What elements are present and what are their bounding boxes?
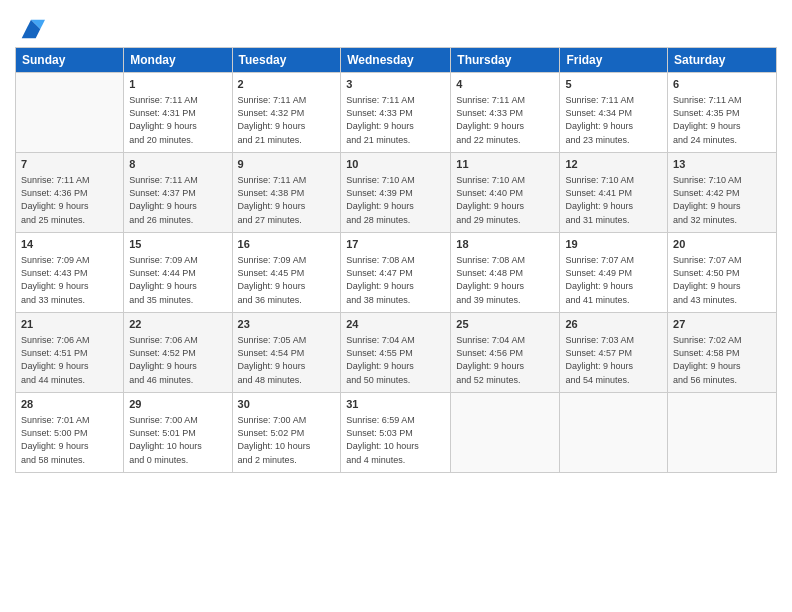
day-cell: 14Sunrise: 7:09 AM Sunset: 4:43 PM Dayli… — [16, 233, 124, 313]
day-info: Sunrise: 7:11 AM Sunset: 4:38 PM Dayligh… — [238, 174, 336, 226]
day-info: Sunrise: 7:08 AM Sunset: 4:47 PM Dayligh… — [346, 254, 445, 306]
col-header-sunday: Sunday — [16, 48, 124, 73]
col-header-monday: Monday — [124, 48, 232, 73]
day-cell: 2Sunrise: 7:11 AM Sunset: 4:32 PM Daylig… — [232, 73, 341, 153]
day-info: Sunrise: 7:09 AM Sunset: 4:43 PM Dayligh… — [21, 254, 118, 306]
day-info: Sunrise: 7:10 AM Sunset: 4:39 PM Dayligh… — [346, 174, 445, 226]
day-number: 13 — [673, 157, 771, 172]
day-info: Sunrise: 7:07 AM Sunset: 4:49 PM Dayligh… — [565, 254, 662, 306]
day-info: Sunrise: 7:06 AM Sunset: 4:52 PM Dayligh… — [129, 334, 226, 386]
day-number: 31 — [346, 397, 445, 412]
day-cell: 3Sunrise: 7:11 AM Sunset: 4:33 PM Daylig… — [341, 73, 451, 153]
day-info: Sunrise: 7:10 AM Sunset: 4:40 PM Dayligh… — [456, 174, 554, 226]
day-number: 15 — [129, 237, 226, 252]
day-info: Sunrise: 7:09 AM Sunset: 4:44 PM Dayligh… — [129, 254, 226, 306]
day-info: Sunrise: 7:00 AM Sunset: 5:02 PM Dayligh… — [238, 414, 336, 466]
day-number: 25 — [456, 317, 554, 332]
day-info: Sunrise: 7:11 AM Sunset: 4:37 PM Dayligh… — [129, 174, 226, 226]
day-number: 17 — [346, 237, 445, 252]
day-info: Sunrise: 7:04 AM Sunset: 4:56 PM Dayligh… — [456, 334, 554, 386]
day-number: 22 — [129, 317, 226, 332]
col-header-friday: Friday — [560, 48, 668, 73]
day-number: 30 — [238, 397, 336, 412]
day-cell: 17Sunrise: 7:08 AM Sunset: 4:47 PM Dayli… — [341, 233, 451, 313]
day-cell: 12Sunrise: 7:10 AM Sunset: 4:41 PM Dayli… — [560, 153, 668, 233]
day-number: 3 — [346, 77, 445, 92]
day-info: Sunrise: 7:05 AM Sunset: 4:54 PM Dayligh… — [238, 334, 336, 386]
day-cell: 31Sunrise: 6:59 AM Sunset: 5:03 PM Dayli… — [341, 393, 451, 473]
day-info: Sunrise: 7:02 AM Sunset: 4:58 PM Dayligh… — [673, 334, 771, 386]
day-info: Sunrise: 7:11 AM Sunset: 4:35 PM Dayligh… — [673, 94, 771, 146]
day-number: 10 — [346, 157, 445, 172]
day-info: Sunrise: 7:07 AM Sunset: 4:50 PM Dayligh… — [673, 254, 771, 306]
day-cell: 13Sunrise: 7:10 AM Sunset: 4:42 PM Dayli… — [668, 153, 777, 233]
calendar-table: SundayMondayTuesdayWednesdayThursdayFrid… — [15, 47, 777, 473]
day-info: Sunrise: 7:10 AM Sunset: 4:41 PM Dayligh… — [565, 174, 662, 226]
day-number: 20 — [673, 237, 771, 252]
day-info: Sunrise: 7:08 AM Sunset: 4:48 PM Dayligh… — [456, 254, 554, 306]
week-row-4: 21Sunrise: 7:06 AM Sunset: 4:51 PM Dayli… — [16, 313, 777, 393]
day-cell: 11Sunrise: 7:10 AM Sunset: 4:40 PM Dayli… — [451, 153, 560, 233]
logo — [15, 15, 45, 39]
day-number: 16 — [238, 237, 336, 252]
day-info: Sunrise: 7:04 AM Sunset: 4:55 PM Dayligh… — [346, 334, 445, 386]
day-number: 14 — [21, 237, 118, 252]
day-number: 9 — [238, 157, 336, 172]
day-number: 21 — [21, 317, 118, 332]
header — [15, 10, 777, 39]
day-cell — [451, 393, 560, 473]
col-header-saturday: Saturday — [668, 48, 777, 73]
day-info: Sunrise: 6:59 AM Sunset: 5:03 PM Dayligh… — [346, 414, 445, 466]
day-number: 12 — [565, 157, 662, 172]
day-number: 29 — [129, 397, 226, 412]
day-number: 8 — [129, 157, 226, 172]
day-info: Sunrise: 7:00 AM Sunset: 5:01 PM Dayligh… — [129, 414, 226, 466]
day-cell — [560, 393, 668, 473]
day-cell: 27Sunrise: 7:02 AM Sunset: 4:58 PM Dayli… — [668, 313, 777, 393]
day-number: 1 — [129, 77, 226, 92]
day-info: Sunrise: 7:11 AM Sunset: 4:33 PM Dayligh… — [456, 94, 554, 146]
day-cell: 9Sunrise: 7:11 AM Sunset: 4:38 PM Daylig… — [232, 153, 341, 233]
day-cell: 26Sunrise: 7:03 AM Sunset: 4:57 PM Dayli… — [560, 313, 668, 393]
week-row-3: 14Sunrise: 7:09 AM Sunset: 4:43 PM Dayli… — [16, 233, 777, 313]
day-number: 23 — [238, 317, 336, 332]
day-cell: 20Sunrise: 7:07 AM Sunset: 4:50 PM Dayli… — [668, 233, 777, 313]
day-info: Sunrise: 7:11 AM Sunset: 4:31 PM Dayligh… — [129, 94, 226, 146]
header-row: SundayMondayTuesdayWednesdayThursdayFrid… — [16, 48, 777, 73]
day-number: 28 — [21, 397, 118, 412]
week-row-1: 1Sunrise: 7:11 AM Sunset: 4:31 PM Daylig… — [16, 73, 777, 153]
day-number: 19 — [565, 237, 662, 252]
day-number: 18 — [456, 237, 554, 252]
calendar-page: SundayMondayTuesdayWednesdayThursdayFrid… — [0, 0, 792, 612]
day-number: 7 — [21, 157, 118, 172]
day-number: 11 — [456, 157, 554, 172]
week-row-2: 7Sunrise: 7:11 AM Sunset: 4:36 PM Daylig… — [16, 153, 777, 233]
day-info: Sunrise: 7:11 AM Sunset: 4:36 PM Dayligh… — [21, 174, 118, 226]
day-cell: 10Sunrise: 7:10 AM Sunset: 4:39 PM Dayli… — [341, 153, 451, 233]
day-number: 27 — [673, 317, 771, 332]
day-cell: 29Sunrise: 7:00 AM Sunset: 5:01 PM Dayli… — [124, 393, 232, 473]
day-cell: 25Sunrise: 7:04 AM Sunset: 4:56 PM Dayli… — [451, 313, 560, 393]
day-number: 4 — [456, 77, 554, 92]
day-number: 2 — [238, 77, 336, 92]
day-info: Sunrise: 7:09 AM Sunset: 4:45 PM Dayligh… — [238, 254, 336, 306]
day-cell: 28Sunrise: 7:01 AM Sunset: 5:00 PM Dayli… — [16, 393, 124, 473]
day-number: 5 — [565, 77, 662, 92]
day-info: Sunrise: 7:11 AM Sunset: 4:33 PM Dayligh… — [346, 94, 445, 146]
day-cell: 4Sunrise: 7:11 AM Sunset: 4:33 PM Daylig… — [451, 73, 560, 153]
day-info: Sunrise: 7:03 AM Sunset: 4:57 PM Dayligh… — [565, 334, 662, 386]
col-header-tuesday: Tuesday — [232, 48, 341, 73]
day-info: Sunrise: 7:11 AM Sunset: 4:34 PM Dayligh… — [565, 94, 662, 146]
day-cell: 19Sunrise: 7:07 AM Sunset: 4:49 PM Dayli… — [560, 233, 668, 313]
day-cell: 1Sunrise: 7:11 AM Sunset: 4:31 PM Daylig… — [124, 73, 232, 153]
day-cell — [16, 73, 124, 153]
day-cell: 7Sunrise: 7:11 AM Sunset: 4:36 PM Daylig… — [16, 153, 124, 233]
day-cell: 22Sunrise: 7:06 AM Sunset: 4:52 PM Dayli… — [124, 313, 232, 393]
day-cell: 24Sunrise: 7:04 AM Sunset: 4:55 PM Dayli… — [341, 313, 451, 393]
day-cell: 18Sunrise: 7:08 AM Sunset: 4:48 PM Dayli… — [451, 233, 560, 313]
day-cell: 5Sunrise: 7:11 AM Sunset: 4:34 PM Daylig… — [560, 73, 668, 153]
week-row-5: 28Sunrise: 7:01 AM Sunset: 5:00 PM Dayli… — [16, 393, 777, 473]
day-cell — [668, 393, 777, 473]
day-info: Sunrise: 7:01 AM Sunset: 5:00 PM Dayligh… — [21, 414, 118, 466]
day-number: 6 — [673, 77, 771, 92]
